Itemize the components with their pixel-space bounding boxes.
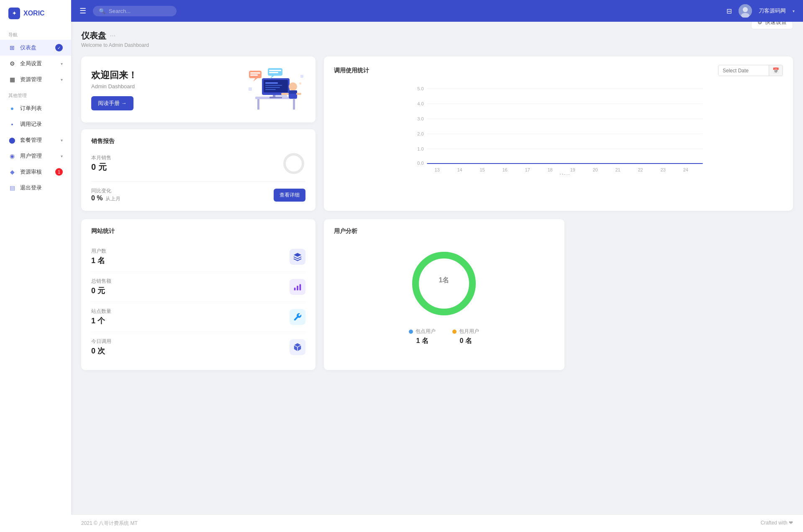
stat-row-calls: 今日调用 0 次 — [91, 332, 305, 362]
users-icon: ◉ — [8, 152, 16, 160]
svg-point-1 — [743, 7, 748, 12]
svg-point-62 — [416, 255, 472, 312]
svg-point-31 — [285, 154, 303, 173]
sidebar-item-packages[interactable]: ⬤ 套餐管理 ▾ — [0, 132, 71, 148]
svg-text:4.0: 4.0 — [417, 101, 423, 106]
sales-report-card: 销售报告 本月销售 0 元 同比变化 — [81, 129, 316, 211]
svg-text:3.0: 3.0 — [417, 116, 423, 121]
svg-rect-5 — [293, 99, 295, 110]
monthly-sales-label: 本月销售 — [91, 154, 111, 161]
svg-text:21: 21 — [615, 167, 620, 172]
user-analysis-card: 用户分析 1名 包点用户 — [324, 219, 564, 370]
user-chevron-icon[interactable]: ▾ — [793, 9, 795, 13]
date-picker[interactable]: 📅 — [718, 65, 783, 76]
donut-legend: 包点用户 1 名 包月用户 0 名 — [409, 328, 479, 345]
nav-section-title: 导航 — [0, 27, 71, 40]
api-usage-chart: 5.0 4.0 3.0 2.0 1.0 0.0 13 14 — [334, 83, 783, 175]
svg-rect-26 — [269, 70, 281, 71]
svg-rect-29 — [300, 75, 303, 78]
svg-text:0.0: 0.0 — [417, 161, 423, 166]
bar-chart-icon — [290, 279, 305, 295]
svg-text:14: 14 — [457, 167, 462, 172]
logo-icon: ✦ — [8, 8, 20, 19]
svg-rect-10 — [265, 82, 278, 84]
sidebar: ✦ XORIC 导航 ⊞ 仪表盘 ✓ ⚙ 全局设置 ▾ ▦ 资源管理 ▾ 其他管… — [0, 0, 71, 532]
svg-point-14 — [289, 82, 297, 91]
site-stats-card: 网站统计 用户数 1 名 — [81, 219, 316, 370]
svg-rect-23 — [250, 74, 258, 76]
quick-settings-button[interactable]: ⚙ 快速设置 — [751, 22, 793, 29]
legend-item-package: 包点用户 1 名 — [409, 328, 436, 345]
svg-text:2.0: 2.0 — [417, 131, 423, 136]
svg-text:24: 24 — [683, 167, 688, 172]
review-badge: 1 — [55, 168, 63, 176]
placeholder-area — [573, 219, 793, 370]
main-area: ☰ 🔍 ⊟ 刀客源码网 ▾ 仪表盘 ⋯ Welcome — [71, 0, 803, 532]
filter-icon[interactable]: ⊟ — [726, 7, 732, 15]
menu-toggle-icon[interactable]: ☰ — [80, 6, 86, 15]
svg-rect-28 — [249, 87, 252, 91]
svg-text:18: 18 — [547, 167, 552, 172]
footer-left: 2021 © 八哥计费系统 MT — [81, 520, 138, 527]
page-subtitle: Welcome to Admin Dashboard — [81, 42, 149, 48]
svg-rect-11 — [265, 85, 282, 86]
svg-rect-17 — [281, 93, 289, 95]
monthly-dot — [452, 330, 457, 334]
topbar-right: ⊟ 刀客源码网 ▾ — [726, 4, 795, 18]
sidebar-item-users[interactable]: ◉ 用户管理 ▾ — [0, 148, 71, 164]
sidebar-item-call-records[interactable]: ▪ 调用记录 — [0, 116, 71, 132]
username-label[interactable]: 刀客源码网 — [759, 7, 786, 15]
sidebar-item-global-settings[interactable]: ⚙ 全局设置 ▾ — [0, 56, 71, 72]
sidebar-item-logout[interactable]: ▤ 退出登录 — [0, 180, 71, 196]
monthly-sales-value: 0 元 — [91, 161, 111, 173]
calendar-icon-button[interactable]: 📅 — [769, 65, 782, 76]
svg-text:5.0: 5.0 — [417, 86, 423, 91]
top-cards-row: 欢迎回来！ Admin Dashboard 阅读手册 → — [81, 56, 793, 211]
orders-icon: ● — [8, 105, 16, 112]
chevron-down-icon-4: ▾ — [61, 154, 63, 159]
site-stats-title: 网站统计 — [91, 228, 305, 235]
stat-row-users: 用户数 1 名 — [91, 242, 305, 272]
avatar[interactable] — [739, 4, 752, 18]
svg-rect-27 — [269, 72, 278, 73]
dashboard-badge: ✓ — [55, 44, 63, 51]
sales-mini-chart — [282, 152, 305, 175]
svg-rect-12 — [265, 87, 280, 88]
change-value: 0 % — [91, 194, 103, 202]
svg-rect-57 — [294, 287, 296, 290]
svg-text:23: 23 — [660, 167, 665, 172]
search-icon: 🔍 — [99, 8, 105, 14]
brand-logo[interactable]: ✦ XORIC — [0, 0, 71, 27]
change-suffix: 从上月 — [105, 195, 121, 202]
sidebar-item-resource-mgmt[interactable]: ▦ 资源管理 ▾ — [0, 72, 71, 87]
resource-icon: ▦ — [8, 76, 16, 83]
donut-container: 1名 包点用户 1 名 包月 — [334, 242, 554, 350]
svg-text:15: 15 — [480, 167, 485, 172]
chart-title: 调用使用统计 — [334, 67, 369, 74]
svg-text:1名: 1名 — [439, 276, 449, 284]
sidebar-item-dashboard[interactable]: ⊞ 仪表盘 ✓ — [0, 40, 71, 56]
read-manual-button[interactable]: 阅读手册 → — [91, 96, 133, 110]
search-box[interactable]: 🔍 — [93, 6, 177, 16]
svg-text:20: 20 — [593, 167, 598, 172]
packages-icon: ⬤ — [8, 136, 16, 144]
footer: 2021 © 八哥计费系统 MT Crafted with ❤ — [71, 514, 803, 532]
layers-icon — [290, 249, 305, 265]
date-input[interactable] — [718, 66, 769, 76]
global-settings-icon: ⚙ — [8, 60, 16, 67]
change-label: 同比变化 — [91, 187, 121, 194]
chevron-down-icon: ▾ — [61, 61, 63, 66]
svg-rect-16 — [289, 90, 297, 94]
chevron-down-icon-2: ▾ — [61, 77, 63, 82]
svg-text:16: 16 — [502, 167, 507, 172]
svg-rect-58 — [297, 286, 298, 290]
api-usage-card: 调用使用统计 📅 5.0 4.0 3.0 2.0 1.0 0.0 — [324, 56, 793, 211]
footer-right: Crafted with ❤ — [761, 520, 793, 527]
monthly-sales-row: 本月销售 0 元 — [91, 152, 305, 175]
detail-button[interactable]: 查看详细 — [274, 189, 305, 202]
sales-report-title: 销售报告 — [91, 138, 305, 145]
sidebar-item-resource-review[interactable]: ◆ 资源审核 1 — [0, 164, 71, 180]
svg-rect-13 — [265, 89, 276, 90]
search-input[interactable] — [109, 8, 167, 14]
sidebar-item-orders[interactable]: ● 订单列表 — [0, 100, 71, 116]
